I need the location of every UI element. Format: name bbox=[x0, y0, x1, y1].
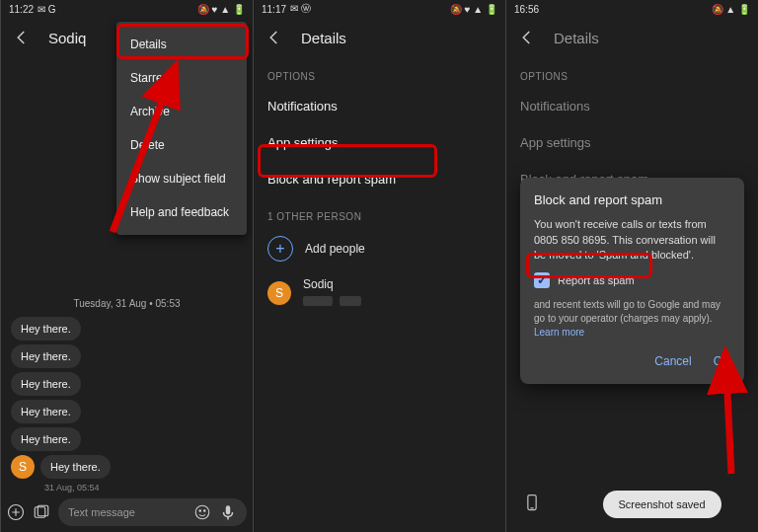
status-right: 🔕 ♥ ▲ 🔋 bbox=[450, 4, 497, 15]
checkbox-checked-icon: ✓ bbox=[534, 272, 550, 288]
cancel-button[interactable]: Cancel bbox=[654, 353, 691, 370]
avatar: S bbox=[267, 281, 291, 305]
section-label-people: 1 OTHER PERSON bbox=[254, 197, 505, 228]
placeholder: Text message bbox=[68, 506, 135, 518]
menu-item-subject[interactable]: Show subject field bbox=[116, 162, 247, 195]
block-spam-dialog: Block and report spam You won't receive … bbox=[520, 178, 744, 384]
dialog-body: You won't receive calls or texts from 08… bbox=[534, 217, 730, 263]
message-bubble[interactable]: Hey there. bbox=[11, 400, 81, 423]
ok-button[interactable]: OK bbox=[714, 353, 730, 370]
composer: Text message bbox=[7, 496, 247, 528]
report-spam-checkbox[interactable]: ✓ Report as spam bbox=[534, 272, 730, 288]
add-people-row[interactable]: + Add people bbox=[254, 228, 505, 269]
message-bubble[interactable]: Hey there. bbox=[11, 372, 81, 396]
back-icon[interactable] bbox=[265, 29, 283, 46]
status-right: 🔕 ♥ ▲ 🔋 bbox=[197, 4, 245, 15]
panel-details: 11:17 ✉ ⓦ 🔕 ♥ ▲ 🔋 Details OPTIONS Notifi… bbox=[253, 0, 505, 532]
screenshot-toast: Screenshot saved bbox=[602, 491, 720, 518]
option-app-settings[interactable]: App settings bbox=[506, 124, 758, 161]
message-list: Tuesday, 31 Aug • 05:53 Hey there. Hey t… bbox=[1, 298, 253, 493]
panel-messages: 11:22 ✉ G 🔕 ♥ ▲ 🔋 Sodiq Details Starred … bbox=[0, 0, 253, 532]
add-label: Add people bbox=[305, 242, 365, 256]
message-bubble[interactable]: Hey there. bbox=[11, 427, 81, 451]
learn-more-link[interactable]: Learn more bbox=[534, 327, 584, 338]
gallery-icon[interactable] bbox=[33, 503, 50, 521]
svg-point-6 bbox=[204, 510, 206, 512]
back-icon[interactable] bbox=[518, 29, 536, 46]
option-notifications[interactable]: Notifications bbox=[506, 88, 758, 124]
details-header: Details bbox=[254, 18, 505, 57]
option-block-spam[interactable]: Block and report spam bbox=[254, 161, 505, 197]
menu-item-delete[interactable]: Delete bbox=[116, 128, 247, 162]
status-bar: 11:17 ✉ ⓦ 🔕 ♥ ▲ 🔋 bbox=[254, 0, 505, 18]
section-label-options: OPTIONS bbox=[506, 57, 758, 88]
avatar[interactable]: S bbox=[11, 455, 35, 479]
plus-icon[interactable] bbox=[7, 503, 25, 521]
back-icon[interactable] bbox=[13, 29, 31, 46]
status-right: 🔕 ▲ 🔋 bbox=[712, 4, 750, 15]
svg-point-5 bbox=[199, 510, 201, 512]
panel-dialog: 16:56 🔕 ▲ 🔋 Details OPTIONS Notification… bbox=[505, 0, 758, 532]
status-notif-icons: ✉ G bbox=[38, 4, 56, 15]
mic-icon[interactable] bbox=[219, 503, 237, 521]
menu-item-help[interactable]: Help and feedback bbox=[116, 195, 247, 229]
clock: 16:56 bbox=[514, 4, 539, 15]
date-divider: Tuesday, 31 Aug • 05:53 bbox=[11, 298, 243, 309]
option-app-settings[interactable]: App settings bbox=[254, 124, 505, 161]
svg-point-4 bbox=[195, 505, 209, 519]
option-notifications[interactable]: Notifications bbox=[254, 88, 505, 124]
message-time: 31 Aug, 05:54 bbox=[44, 483, 243, 493]
status-bar: 16:56 🔕 ▲ 🔋 bbox=[506, 0, 758, 18]
add-icon: + bbox=[267, 236, 293, 262]
person-name: Sodiq bbox=[303, 277, 361, 291]
person-row[interactable]: S Sodiq bbox=[254, 269, 505, 317]
status-bar: 11:22 ✉ G 🔕 ♥ ▲ 🔋 bbox=[1, 0, 253, 18]
clock: 11:22 bbox=[9, 4, 34, 15]
emoji-icon[interactable] bbox=[193, 503, 211, 521]
message-bubble[interactable]: Hey there. bbox=[40, 455, 111, 479]
checkbox-label: Report as spam bbox=[558, 273, 635, 288]
menu-item-details[interactable]: Details bbox=[116, 28, 247, 61]
section-label-options: OPTIONS bbox=[254, 57, 505, 88]
message-bubble[interactable]: Hey there. bbox=[11, 344, 81, 368]
dialog-title: Block and report spam bbox=[534, 191, 730, 209]
chat-title: Sodiq bbox=[48, 30, 86, 46]
status-notif-icons: ✉ ⓦ bbox=[290, 2, 311, 16]
phone-icon[interactable] bbox=[522, 493, 542, 512]
menu-item-starred[interactable]: Starred bbox=[116, 61, 247, 95]
message-input[interactable]: Text message bbox=[58, 498, 247, 526]
dialog-fineprint: and recent texts will go to Google and m… bbox=[534, 298, 730, 340]
masked-info bbox=[340, 296, 361, 306]
message-bubble[interactable]: Hey there. bbox=[11, 317, 81, 341]
page-title: Details bbox=[554, 30, 599, 46]
menu-item-archive[interactable]: Archive bbox=[116, 95, 247, 128]
masked-info bbox=[303, 296, 333, 306]
overflow-menu: Details Starred Archive Delete Show subj… bbox=[116, 22, 247, 235]
page-title: Details bbox=[301, 30, 346, 46]
clock: 11:17 bbox=[262, 4, 286, 15]
details-header: Details bbox=[506, 18, 758, 57]
